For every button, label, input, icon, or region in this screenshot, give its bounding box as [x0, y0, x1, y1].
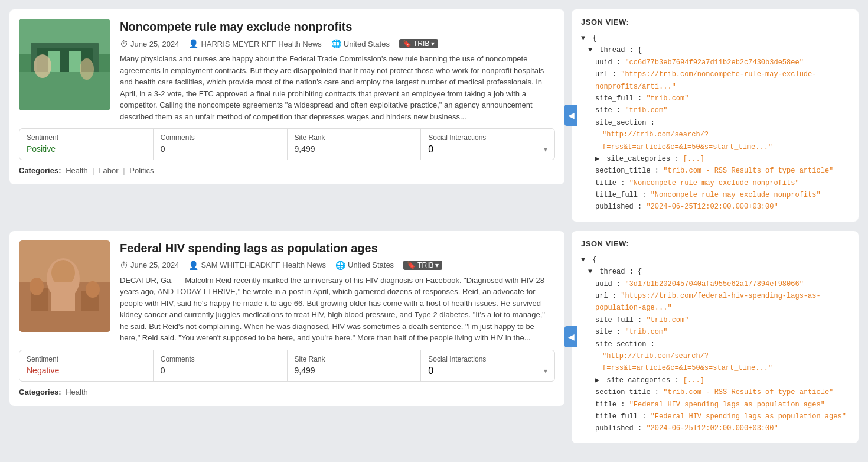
article-title-1[interactable]: Noncompete rule may exclude nonprofits: [120, 19, 555, 34]
article-author-1: 👤 HARRIS MEYER KFF Health News: [188, 39, 321, 48]
collapse-thread-2[interactable]: ▼: [588, 266, 595, 278]
json-published-1: published : "2024-06-25T12:02:00.000+03:…: [581, 201, 849, 213]
social-value-row-2: 0 ▾: [428, 366, 547, 376]
comments-cell-2: Comments 0: [154, 350, 288, 381]
article-source-1: 🔖 TRIB ▾: [399, 39, 438, 48]
trib-dropdown-1: ▾: [431, 40, 435, 48]
collapse-thread-1[interactable]: ▼: [588, 44, 595, 56]
svg-point-16: [30, 278, 44, 295]
clock-icon-2: ⏱: [120, 261, 128, 270]
article-thumbnail-1: [19, 19, 110, 110]
social-value-row-1: 0 ▾: [428, 144, 547, 155]
json-site-2: site : "trib.com": [581, 326, 849, 338]
sentiment-value-2: Negative: [27, 366, 146, 375]
json-section-title-1: section_title : "trib.com - RSS Results …: [581, 165, 849, 177]
json-content-1: ▼ { ▼ thread : { uuid : "cc6d77b3eb7694f…: [581, 32, 849, 213]
category-health-1[interactable]: Health: [66, 166, 88, 175]
json-site-1: site : "trib.com": [581, 105, 849, 116]
svg-rect-13: [51, 282, 75, 311]
sep-1: |: [92, 166, 94, 175]
category-politics-1[interactable]: Politics: [129, 166, 154, 175]
expand-categories-1[interactable]: ▶: [595, 153, 602, 165]
site-rank-value-1: 9,499: [295, 144, 414, 154]
json-site-categories-1: ▶ site_categories : [...]: [581, 153, 849, 165]
json-wrapper-2: ◀ JSON VIEW: ▼ { ▼ thread : { uuid : "3d…: [572, 231, 859, 443]
json-root-open-2: ▼ {: [581, 254, 849, 266]
json-title-full-2: title_full : "Federal HIV spending lags …: [581, 411, 849, 422]
article-date-1: ⏱ June 25, 2024: [120, 39, 179, 48]
sentiment-cell-1: Sentiment Positive: [19, 129, 154, 160]
article-card-2: Federal HIV spending lags as population …: [9, 231, 564, 406]
json-url-1: url : "https://trib.com/noncompete-rule-…: [581, 69, 849, 93]
json-uuid-2: uuid : "3d17b1b2020457040afa955e62a17789…: [581, 278, 849, 290]
expand-categories-2[interactable]: ▶: [595, 375, 602, 386]
categories-label-2: Categories:: [19, 388, 61, 396]
svg-rect-6: [19, 72, 110, 110]
trib-icon-2: 🔖: [407, 261, 416, 269]
collapse-root-1[interactable]: ▼: [581, 32, 588, 44]
site-rank-cell-2: Site Rank 9,499: [288, 350, 422, 381]
sentiment-cell-2: Sentiment Negative: [19, 350, 154, 381]
json-site-section-val-1: "http://trib.com/search/?f=rss&t=article…: [581, 129, 849, 153]
json-site-full-1: site_full : "trib.com": [581, 93, 849, 105]
social-dropdown-1[interactable]: ▾: [544, 145, 547, 154]
json-title-1: JSON VIEW:: [581, 18, 849, 27]
article-row-2: Federal HIV spending lags as population …: [9, 231, 859, 443]
json-title-2: JSON VIEW:: [581, 239, 849, 248]
json-section-title-2: section_title : "trib.com - RSS Results …: [581, 386, 849, 398]
article-meta-1: ⏱ June 25, 2024 👤 HARRIS MEYER KFF Healt…: [120, 39, 555, 48]
comments-label-2: Comments: [161, 355, 280, 363]
sep-2: |: [123, 166, 125, 175]
json-title-key-1: title : "Noncompete rule may exclude non…: [581, 177, 849, 189]
site-rank-value-2: 9,499: [295, 366, 414, 375]
article-meta-2: ⏱ June 25, 2024 👤 SAM WHITEHEADKFF Healt…: [120, 261, 555, 270]
article-title-2[interactable]: Federal HIV spending lags as population …: [120, 240, 555, 256]
svg-rect-5: [69, 51, 81, 75]
collapse-tab-2[interactable]: ◀: [564, 326, 577, 347]
stats-row-1: Sentiment Positive Comments 0 Site Rank …: [19, 128, 555, 160]
json-site-section-2: site_section :: [581, 339, 849, 350]
person-icon-2: 👤: [188, 261, 198, 270]
collapse-root-2[interactable]: ▼: [581, 254, 588, 266]
comments-value-1: 0: [161, 144, 280, 154]
json-uuid-1: uuid : "cc6d77b3eb7694f92a7d11b2eb2c7430…: [581, 57, 849, 69]
json-site-section-1: site_section :: [581, 117, 849, 129]
json-site-section-val-2: "http://trib.com/search/?f=rss&t=article…: [581, 350, 849, 375]
svg-point-17: [86, 281, 100, 298]
article-source-2: 🔖 TRIB ▾: [403, 261, 442, 270]
clock-icon-1: ⏱: [120, 39, 128, 48]
globe-icon-1: 🌐: [331, 39, 341, 48]
json-site-categories-2: ▶ site_categories : [...]: [581, 375, 849, 386]
comments-value-2: 0: [161, 366, 280, 375]
json-title-full-1: title_full : "Noncompete rule may exclud…: [581, 189, 849, 201]
json-panel-1: JSON VIEW: ▼ { ▼ thread : { uuid : "cc6d…: [572, 9, 859, 222]
social-value-1: 0: [428, 144, 433, 155]
json-url-2: url : "https://trib.com/federal-hiv-spen…: [581, 290, 849, 314]
article-card-1: Noncompete rule may exclude nonprofits ⏱…: [9, 9, 564, 184]
json-thread-line-2: ▼ thread : {: [581, 266, 849, 278]
social-dropdown-2[interactable]: ▾: [544, 367, 547, 375]
comments-cell-1: Comments 0: [154, 129, 288, 160]
site-rank-cell-1: Site Rank 9,499: [288, 129, 422, 160]
article-date-2: ⏱ June 25, 2024: [120, 261, 179, 270]
category-health-2[interactable]: Health: [66, 388, 88, 396]
article-body-2: DECATUR, Ga. — Malcolm Reid recently mar…: [120, 275, 555, 344]
social-label-2: Social Interactions: [428, 355, 547, 363]
category-labor-1[interactable]: Labor: [99, 166, 118, 175]
categories-list-1: Health | Labor | Politics: [66, 166, 154, 175]
sentiment-label-2: Sentiment: [27, 355, 146, 363]
article-region-2: 🌐 United States: [335, 261, 394, 270]
site-rank-label-2: Site Rank: [295, 355, 414, 363]
article-thumbnail-2: [19, 240, 110, 332]
json-title-key-2: title : "Federal HIV spending lags as po…: [581, 399, 849, 411]
article-content-1: Noncompete rule may exclude nonprofits ⏱…: [120, 19, 555, 122]
json-root-open-1: ▼ {: [581, 32, 849, 44]
social-label-1: Social Interactions: [428, 134, 547, 142]
article-region-1: 🌐 United States: [331, 39, 390, 48]
article-author-2: 👤 SAM WHITEHEADKFF Health News: [188, 261, 326, 270]
article-main-1: Noncompete rule may exclude nonprofits ⏱…: [19, 19, 555, 122]
sentiment-value-1: Positive: [27, 144, 146, 154]
social-cell-2: Social Interactions 0 ▾: [421, 350, 554, 381]
collapse-tab-1[interactable]: ◀: [564, 105, 577, 126]
json-published-2: published : "2024-06-25T12:02:00.000+03:…: [581, 422, 849, 434]
